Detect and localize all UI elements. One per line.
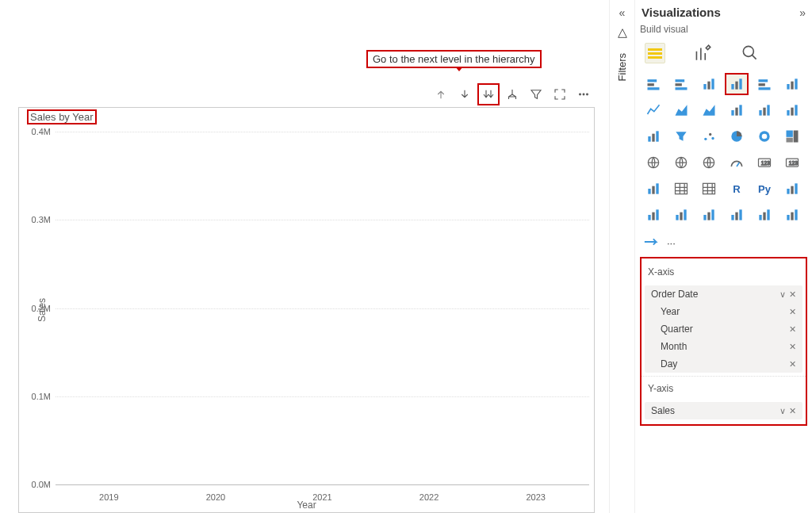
field-pill-year[interactable]: Year ✕ xyxy=(645,303,802,320)
viz-type-scatter[interactable] xyxy=(697,125,721,147)
remove-field-icon[interactable]: ✕ xyxy=(789,342,796,352)
y-axis-well-header[interactable]: Y-axis xyxy=(642,376,806,400)
field-pill-sales[interactable]: Sales ∨✕ xyxy=(645,402,802,419)
spotlight-icon[interactable] xyxy=(616,27,629,42)
viz-type-python[interactable]: Py xyxy=(753,178,776,200)
build-visual-icon[interactable] xyxy=(645,43,665,63)
collapse-viz-icon[interactable]: » xyxy=(799,6,806,19)
svg-rect-35 xyxy=(652,134,654,142)
format-visual-icon[interactable] xyxy=(692,43,713,63)
viz-pane-title: Visualizations xyxy=(642,6,721,19)
viz-type-decomp[interactable] xyxy=(642,204,665,226)
viz-type-narrative[interactable] xyxy=(697,204,721,226)
chevron-down-icon[interactable]: ∨ xyxy=(779,406,786,416)
viz-type-treemap[interactable] xyxy=(780,125,804,147)
chevron-down-icon[interactable]: ∨ xyxy=(779,289,786,300)
remove-field-icon[interactable]: ✕ xyxy=(789,324,796,335)
viz-type-metrics[interactable] xyxy=(753,204,776,226)
svg-point-39 xyxy=(711,137,714,140)
expand-all-icon[interactable] xyxy=(501,83,523,105)
svg-rect-26 xyxy=(735,108,737,116)
viz-type-gauge[interactable] xyxy=(725,151,749,174)
viz-type-funnel[interactable] xyxy=(669,125,693,147)
analytics-icon[interactable] xyxy=(740,43,760,63)
viz-type-card[interactable]: 123 xyxy=(753,151,776,174)
svg-rect-20 xyxy=(759,83,765,86)
x-tick: 2023 xyxy=(526,492,545,502)
viz-type-clustered-bar-v[interactable] xyxy=(725,73,749,95)
svg-rect-8 xyxy=(648,83,654,86)
viz-type-stacked-bar-v[interactable] xyxy=(669,73,693,95)
svg-rect-15 xyxy=(711,78,714,89)
x-tick: 2019 xyxy=(99,492,118,502)
viz-type-pie[interactable] xyxy=(725,125,749,147)
drill-up-icon[interactable] xyxy=(430,83,452,105)
viz-type-r[interactable]: R xyxy=(725,178,749,200)
chart-tile[interactable]: Sales by Year Sales Year 0.0M0.1M0.2M0.3… xyxy=(18,107,595,513)
viz-type-map[interactable] xyxy=(642,151,665,174)
ellipsis-icon[interactable]: ··· xyxy=(667,237,676,249)
viz-type-ribbon[interactable] xyxy=(780,99,804,121)
more-options-icon[interactable] xyxy=(573,83,595,105)
viz-type-area[interactable] xyxy=(669,99,693,121)
filters-pane-collapsed[interactable]: « Filters xyxy=(609,0,634,513)
drill-down-icon[interactable] xyxy=(454,83,476,105)
svg-rect-72 xyxy=(739,209,741,220)
expand-filters-icon[interactable]: « xyxy=(619,6,626,19)
expand-next-level-icon[interactable] xyxy=(477,83,500,105)
viz-type-azure-map[interactable] xyxy=(697,151,721,174)
svg-rect-55 xyxy=(656,183,658,193)
svg-rect-12 xyxy=(676,87,688,90)
viz-type-kpi[interactable] xyxy=(642,178,665,200)
viz-type-line[interactable] xyxy=(642,99,665,121)
filter-icon[interactable] xyxy=(525,83,547,105)
viz-type-waterfall[interactable] xyxy=(642,125,665,147)
viz-type-100-stacked-v[interactable] xyxy=(780,73,804,95)
svg-rect-5 xyxy=(648,56,662,59)
viz-type-clustered-bar-h[interactable] xyxy=(697,73,721,95)
field-pill-quarter[interactable]: Quarter ✕ xyxy=(645,320,802,338)
viz-type-stacked-bar-h[interactable] xyxy=(642,73,665,95)
more-visuals-icon[interactable] xyxy=(643,235,661,251)
svg-rect-3 xyxy=(648,48,662,51)
x-tick: 2022 xyxy=(419,492,439,502)
field-pill-day[interactable]: Day ✕ xyxy=(645,355,802,373)
svg-rect-62 xyxy=(652,212,654,220)
field-pill-order-date[interactable]: Order Date ∨✕ xyxy=(645,285,802,303)
viz-type-power-apps[interactable] xyxy=(780,204,804,226)
remove-field-icon[interactable]: ✕ xyxy=(789,359,796,369)
svg-point-2 xyxy=(587,94,588,95)
viz-type-qna[interactable] xyxy=(669,204,693,226)
viz-type-paginated[interactable] xyxy=(725,204,749,226)
svg-rect-58 xyxy=(787,189,789,194)
viz-type-100-stacked-h[interactable] xyxy=(753,73,776,95)
focus-mode-icon[interactable] xyxy=(549,83,571,105)
svg-rect-24 xyxy=(795,78,797,89)
svg-rect-36 xyxy=(656,131,658,141)
svg-rect-23 xyxy=(791,82,793,90)
remove-field-icon[interactable]: ✕ xyxy=(789,289,796,300)
viz-type-donut[interactable] xyxy=(753,125,776,147)
viz-type-line-col[interactable] xyxy=(725,99,749,121)
viz-type-line-col-stack[interactable] xyxy=(753,99,776,121)
viz-type-key-influencers[interactable] xyxy=(780,178,804,200)
field-pill-month[interactable]: Month ✕ xyxy=(645,338,802,355)
x-axis-well-header[interactable]: X-axis xyxy=(642,260,806,284)
remove-field-icon[interactable]: ✕ xyxy=(789,406,796,416)
svg-rect-18 xyxy=(739,78,741,89)
viz-type-multi-card[interactable]: 123 xyxy=(780,151,804,174)
viz-type-stacked-area[interactable] xyxy=(697,99,721,121)
remove-field-icon[interactable]: ✕ xyxy=(789,307,796,317)
svg-rect-66 xyxy=(684,209,686,220)
svg-rect-28 xyxy=(759,110,761,116)
viz-type-filled-map[interactable] xyxy=(669,151,693,174)
viz-type-table[interactable] xyxy=(697,178,721,200)
svg-rect-74 xyxy=(763,212,765,220)
svg-rect-11 xyxy=(676,83,682,86)
svg-rect-71 xyxy=(735,212,737,220)
field-wells: X-axis Order Date ∨✕ Year ✕ Quarter ✕ Mo… xyxy=(640,257,807,426)
svg-rect-69 xyxy=(711,209,714,220)
viz-type-slicer[interactable] xyxy=(669,178,693,200)
svg-rect-67 xyxy=(703,215,706,220)
svg-point-38 xyxy=(709,133,711,136)
